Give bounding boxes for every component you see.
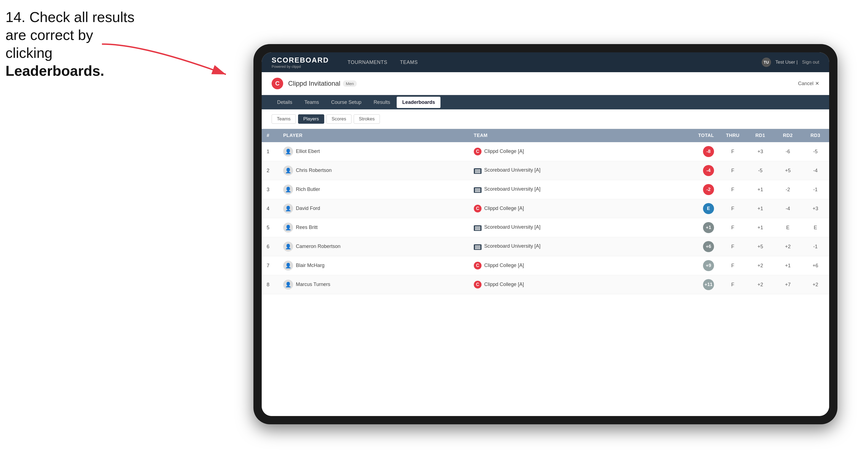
col-rd3: RD3 bbox=[802, 129, 829, 142]
team-logo: C bbox=[474, 205, 482, 212]
cell-rd1: +1 bbox=[746, 218, 774, 237]
cell-thru: F bbox=[719, 199, 746, 218]
table-row: 6👤Cameron RobertsonScoreboard University… bbox=[262, 237, 829, 256]
cell-thru: F bbox=[719, 180, 746, 199]
col-rd1: RD1 bbox=[746, 129, 774, 142]
team-name: Clippd College [A] bbox=[484, 262, 524, 268]
cell-rd2: -6 bbox=[774, 142, 802, 161]
cell-rd3: -1 bbox=[802, 180, 829, 199]
user-label: Test User | bbox=[775, 60, 798, 65]
cell-player: 👤Elliot Ebert bbox=[278, 142, 469, 161]
table-row: 3👤Rich ButlerScoreboard University [A]-2… bbox=[262, 180, 829, 199]
cell-rd2: +7 bbox=[774, 275, 802, 294]
signout-link[interactable]: Sign out bbox=[802, 60, 819, 65]
tab-leaderboards[interactable]: Leaderboards bbox=[397, 97, 440, 108]
team-logo: C bbox=[474, 281, 482, 288]
cell-rd1: +1 bbox=[746, 180, 774, 199]
logo-sub: Powered by clippd bbox=[272, 64, 329, 69]
avatar: TU bbox=[762, 58, 771, 67]
player-avatar: 👤 bbox=[283, 147, 293, 156]
cell-rd3: -5 bbox=[802, 142, 829, 161]
player-avatar: 👤 bbox=[283, 204, 293, 214]
cell-total: +9 bbox=[686, 256, 719, 275]
cell-rd3: -1 bbox=[802, 237, 829, 256]
cell-team: CClippd College [A] bbox=[469, 142, 686, 161]
cell-rd3: +3 bbox=[802, 199, 829, 218]
team-logo bbox=[474, 244, 482, 250]
nav-teams[interactable]: TEAMS bbox=[395, 57, 423, 67]
col-thru: THRU bbox=[719, 129, 746, 142]
cell-player: 👤Rich Butler bbox=[278, 180, 469, 199]
team-name: Scoreboard University [A] bbox=[484, 167, 540, 173]
cell-rank: 2 bbox=[262, 161, 278, 180]
leaderboard-table-container: # PLAYER TEAM TOTAL THRU RD1 RD2 RD3 1👤E… bbox=[262, 129, 829, 416]
score-badge: E bbox=[703, 203, 714, 214]
tab-teams[interactable]: Teams bbox=[299, 97, 324, 108]
tablet-screen: SCOREBOARD Powered by clippd TOURNAMENTS… bbox=[262, 52, 829, 416]
filter-scores[interactable]: Scores bbox=[327, 114, 351, 124]
player-avatar: 👤 bbox=[283, 165, 293, 176]
score-badge: +9 bbox=[703, 260, 714, 271]
team-name: Scoreboard University [A] bbox=[484, 224, 540, 230]
col-player: PLAYER bbox=[278, 129, 469, 142]
cell-team: Scoreboard University [A] bbox=[469, 180, 686, 199]
close-icon: ✕ bbox=[815, 81, 819, 87]
player-avatar: 👤 bbox=[283, 242, 293, 252]
col-team: TEAM bbox=[469, 129, 686, 142]
team-name: Clippd College [A] bbox=[484, 149, 524, 154]
player-name: Marcus Turners bbox=[296, 282, 330, 287]
cell-rd1: +5 bbox=[746, 237, 774, 256]
cancel-button[interactable]: Cancel ✕ bbox=[798, 81, 819, 87]
cell-rd2: E bbox=[774, 218, 802, 237]
table-row: 2👤Chris RobertsonScoreboard University [… bbox=[262, 161, 829, 180]
player-avatar: 👤 bbox=[283, 223, 293, 232]
cell-player: 👤Blair McHarg bbox=[278, 256, 469, 275]
tab-course-setup[interactable]: Course Setup bbox=[326, 97, 367, 108]
player-name: Rich Butler bbox=[296, 187, 320, 192]
content-area: C Clippd Invitational Men Cancel ✕ Detai… bbox=[262, 72, 829, 416]
player-avatar: 👤 bbox=[283, 261, 293, 271]
cell-total: +11 bbox=[686, 275, 719, 294]
tab-results[interactable]: Results bbox=[368, 97, 396, 108]
cell-team: CClippd College [A] bbox=[469, 199, 686, 218]
instruction-text: 14. Check all results are correct by cli… bbox=[5, 8, 143, 80]
player-name: Cameron Robertson bbox=[296, 244, 340, 249]
cell-player: 👤Rees Britt bbox=[278, 218, 469, 237]
leaderboard-table: # PLAYER TEAM TOTAL THRU RD1 RD2 RD3 1👤E… bbox=[262, 129, 829, 294]
player-name: Elliot Ebert bbox=[296, 149, 320, 154]
cell-total: E bbox=[686, 199, 719, 218]
tab-details[interactable]: Details bbox=[272, 97, 298, 108]
cell-rank: 1 bbox=[262, 142, 278, 161]
cell-team: Scoreboard University [A] bbox=[469, 237, 686, 256]
sub-nav: Details Teams Course Setup Results Leade… bbox=[262, 95, 829, 110]
filter-row: Teams Players Scores Strokes bbox=[262, 110, 829, 129]
filter-teams[interactable]: Teams bbox=[272, 114, 296, 124]
col-total: TOTAL bbox=[686, 129, 719, 142]
cell-team: Scoreboard University [A] bbox=[469, 218, 686, 237]
table-row: 1👤Elliot EbertCClippd College [A]-8F+3-6… bbox=[262, 142, 829, 161]
tournament-badge: Men bbox=[343, 81, 356, 87]
player-name: Chris Robertson bbox=[296, 167, 332, 173]
tournament-title: Clippd Invitational bbox=[288, 80, 340, 87]
nav-tournaments[interactable]: TOURNAMENTS bbox=[343, 57, 392, 67]
score-badge: -8 bbox=[703, 146, 714, 157]
cell-total: -8 bbox=[686, 142, 719, 161]
cell-rd1: +2 bbox=[746, 275, 774, 294]
cell-rd1: +3 bbox=[746, 142, 774, 161]
cell-total: -2 bbox=[686, 180, 719, 199]
player-name: Blair McHarg bbox=[296, 262, 324, 268]
cell-rd3: -4 bbox=[802, 161, 829, 180]
filter-players[interactable]: Players bbox=[298, 114, 324, 124]
cell-rd2: -2 bbox=[774, 180, 802, 199]
cell-rd3: E bbox=[802, 218, 829, 237]
table-header-row: # PLAYER TEAM TOTAL THRU RD1 RD2 RD3 bbox=[262, 129, 829, 142]
player-avatar: 👤 bbox=[283, 280, 293, 289]
filter-strokes[interactable]: Strokes bbox=[354, 114, 380, 124]
team-name: Clippd College [A] bbox=[484, 282, 524, 287]
tournament-logo: C bbox=[272, 78, 283, 89]
cell-rd1: -5 bbox=[746, 161, 774, 180]
cell-thru: F bbox=[719, 161, 746, 180]
cell-total: -4 bbox=[686, 161, 719, 180]
cell-player: 👤Marcus Turners bbox=[278, 275, 469, 294]
table-row: 4👤David FordCClippd College [A]EF+1-4+3 bbox=[262, 199, 829, 218]
